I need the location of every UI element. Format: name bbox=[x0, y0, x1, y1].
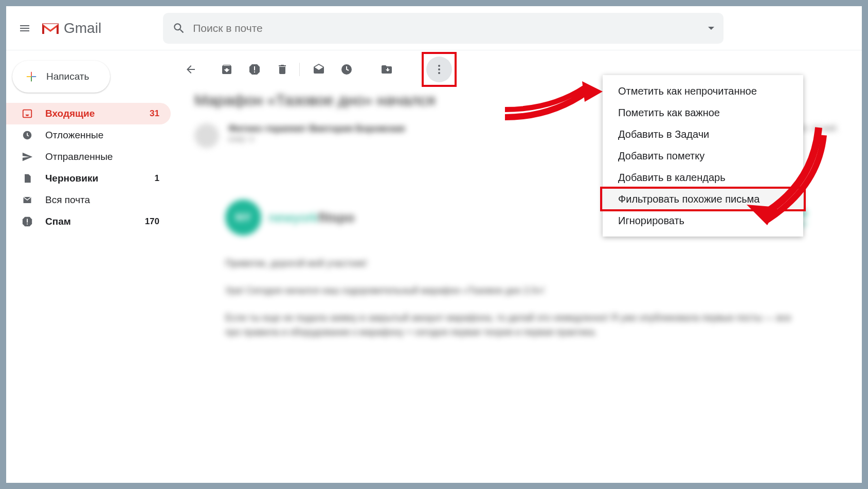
menu-item-add-to-tasks[interactable]: Добавить в Задачи bbox=[603, 123, 803, 145]
svg-rect-0 bbox=[23, 110, 32, 118]
send-icon bbox=[21, 151, 34, 162]
email-date: вт, 19 май. bbox=[801, 123, 838, 132]
mail-icon bbox=[21, 195, 34, 205]
report-icon bbox=[248, 63, 261, 76]
svg-rect-6 bbox=[254, 66, 255, 70]
spam-icon bbox=[21, 216, 34, 227]
file-icon bbox=[21, 173, 34, 184]
delete-button[interactable] bbox=[269, 57, 295, 82]
menu-item-mute[interactable]: Игнорировать bbox=[603, 210, 803, 231]
sidebar-item-count: 31 bbox=[150, 108, 159, 119]
sender-avatar bbox=[194, 123, 219, 148]
svg-rect-3 bbox=[27, 219, 28, 223]
arrow-back-icon bbox=[185, 63, 197, 76]
menu-item-mark-important[interactable]: Пометить как важное bbox=[603, 102, 803, 123]
hamburger-icon bbox=[19, 22, 31, 34]
gmail-logo[interactable]: Gmail bbox=[40, 20, 101, 37]
app-frame: Gmail Написать Входящие 31 Отложенные bbox=[6, 6, 862, 483]
search-bar[interactable] bbox=[163, 13, 724, 44]
brand-badge: NY bbox=[225, 200, 261, 236]
svg-rect-7 bbox=[254, 71, 255, 73]
menu-item-add-to-calendar[interactable]: Добавить в календарь bbox=[603, 167, 803, 188]
sender-name: Фитнес-терапевт Виктория Боровская bbox=[228, 123, 405, 134]
svg-marker-12 bbox=[582, 81, 603, 102]
mail-open-icon bbox=[313, 63, 325, 76]
search-options-caret-icon[interactable] bbox=[708, 27, 714, 30]
sidebar: Написать Входящие 31 Отложенные Отправле… bbox=[6, 50, 171, 483]
plus-icon bbox=[24, 69, 39, 84]
more-vert-icon bbox=[433, 63, 445, 76]
more-actions-menu: Отметить как непрочитанное Пометить как … bbox=[603, 75, 803, 237]
menu-item-filter-similar[interactable]: Фильтровать похожие письма bbox=[603, 188, 803, 210]
archive-button[interactable] bbox=[214, 57, 240, 82]
sidebar-item-label: Спам bbox=[45, 216, 145, 227]
clock-icon bbox=[21, 130, 34, 141]
svg-point-9 bbox=[438, 65, 440, 67]
report-spam-button[interactable] bbox=[242, 57, 267, 82]
svg-point-10 bbox=[438, 68, 440, 70]
sidebar-item-sent[interactable]: Отправленные bbox=[6, 146, 171, 168]
folder-move-icon bbox=[381, 63, 393, 76]
snooze-button[interactable] bbox=[334, 57, 359, 82]
menu-item-mark-unread[interactable]: Отметить как непрочитанное bbox=[603, 80, 803, 102]
sidebar-item-label: Черновики bbox=[45, 173, 155, 184]
sidebar-item-count: 1 bbox=[155, 173, 159, 184]
top-bar: Gmail bbox=[6, 6, 862, 50]
more-actions-button[interactable] bbox=[426, 57, 452, 82]
compose-label: Написать bbox=[46, 71, 89, 82]
sidebar-item-label: Отложенные bbox=[45, 130, 159, 141]
svg-point-11 bbox=[438, 72, 440, 74]
gmail-icon bbox=[40, 21, 61, 36]
sidebar-item-label: Отправленные bbox=[45, 151, 159, 162]
search-icon bbox=[172, 22, 186, 35]
annotation-arrow bbox=[500, 81, 603, 122]
sidebar-item-count: 170 bbox=[145, 216, 159, 227]
sidebar-item-label: Вся почта bbox=[45, 194, 159, 206]
search-input[interactable] bbox=[193, 22, 708, 34]
sidebar-item-allmail[interactable]: Вся почта bbox=[6, 189, 171, 211]
move-to-button[interactable] bbox=[374, 57, 400, 82]
sidebar-item-inbox[interactable]: Входящие 31 bbox=[6, 103, 171, 124]
mark-unread-button[interactable] bbox=[306, 57, 332, 82]
main-pane: Марафон «Тазовое дно» начался Фитнес-тер… bbox=[171, 50, 862, 483]
toolbar-separator bbox=[299, 63, 300, 76]
body: Написать Входящие 31 Отложенные Отправле… bbox=[6, 50, 862, 483]
main-menu-button[interactable] bbox=[13, 17, 36, 40]
sidebar-item-label: Входящие bbox=[45, 108, 150, 119]
compose-button[interactable]: Написать bbox=[12, 61, 110, 93]
archive-icon bbox=[221, 63, 233, 76]
back-button[interactable] bbox=[178, 57, 204, 82]
sidebar-item-spam[interactable]: Спам 170 bbox=[6, 211, 171, 232]
gmail-logo-text: Gmail bbox=[64, 20, 101, 37]
sidebar-item-drafts[interactable]: Черновики 1 bbox=[6, 168, 171, 189]
menu-item-add-label[interactable]: Добавить пометку bbox=[603, 145, 803, 167]
clock-icon bbox=[340, 63, 353, 76]
inbox-icon bbox=[21, 108, 34, 119]
sidebar-item-snoozed[interactable]: Отложенные bbox=[6, 124, 171, 146]
svg-rect-4 bbox=[27, 224, 28, 225]
trash-icon bbox=[276, 63, 288, 76]
